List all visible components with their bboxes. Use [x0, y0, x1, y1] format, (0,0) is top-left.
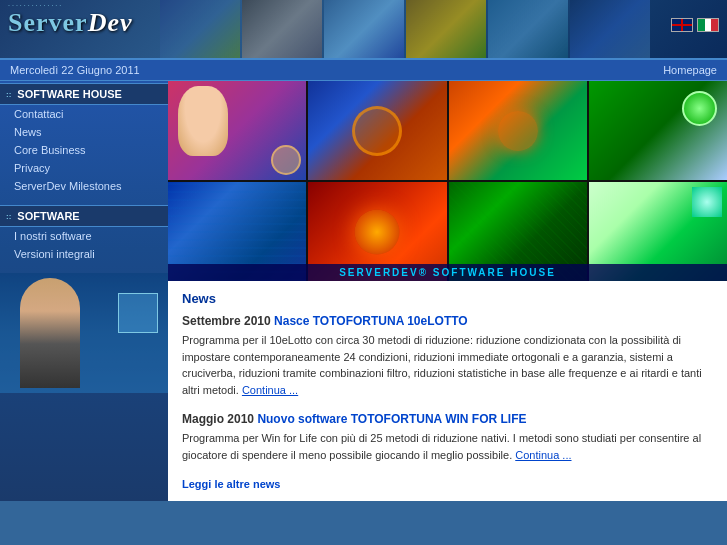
news-article-2-text: Programma per Win for Life con più di 25… — [182, 432, 701, 461]
navbar-page: Homepage — [663, 64, 717, 76]
sidebar-decoration — [118, 293, 158, 333]
main-layout: :: SOFTWARE HOUSE Contattaci News Core B… — [0, 81, 727, 501]
news-article-1-body: Programma per il 10eLotto con circa 30 m… — [182, 332, 713, 398]
sidebar-section2-label: SOFTWARE — [17, 210, 79, 222]
header: ServerDev ·············· — [0, 0, 727, 60]
logo-text: ServerDev — [8, 8, 132, 37]
hero-bottom-bar: SERVERDEV® SOFTWARE HOUSE — [168, 264, 727, 281]
hero-cell-3 — [449, 81, 587, 180]
navbar: Mercoledì 22 Giugno 2011 Homepage — [0, 60, 727, 81]
sidebar-item-versioni-integrali[interactable]: Versioni integrali — [0, 245, 168, 263]
hero-image: SERVERDEV® SOFTWARE HOUSE — [168, 81, 727, 281]
sidebar-person-image — [20, 278, 80, 388]
hero-cell-1 — [168, 81, 306, 180]
news-article-2-body: Programma per Win for Life con più di 25… — [182, 430, 713, 463]
hero-cell-4 — [589, 81, 727, 180]
sidebar-section-software: :: SOFTWARE — [0, 205, 168, 227]
news-article-1: Settembre 2010 Nasce TOTOFORTUNA 10eLOTT… — [182, 314, 713, 398]
header-images — [160, 0, 687, 60]
hero-circle-green — [682, 91, 717, 126]
news-article-1-title: Settembre 2010 Nasce TOTOFORTUNA 10eLOTT… — [182, 314, 713, 328]
news-article-2-link[interactable]: Nuovo software TOTOFORTUNA WIN FOR LIFE — [257, 412, 526, 426]
more-news-link[interactable]: Leggi le altre news — [182, 478, 280, 490]
sidebar-section-software-house: :: SOFTWARE HOUSE — [0, 83, 168, 105]
section2-dots: :: — [6, 212, 11, 221]
flag-italy[interactable] — [697, 18, 719, 32]
sidebar-item-contattaci[interactable]: Contattaci — [0, 105, 168, 123]
logo-dots: ·············· — [8, 2, 63, 9]
section-dots: :: — [6, 90, 11, 99]
language-flags[interactable] — [671, 18, 719, 32]
news-article-1-date: Settembre 2010 — [182, 314, 271, 328]
hero-cell-2 — [308, 81, 446, 180]
hero-face — [178, 86, 228, 156]
navbar-date: Mercoledì 22 Giugno 2011 — [10, 64, 140, 76]
sidebar-item-milestones[interactable]: ServerDev Milestones — [0, 177, 168, 195]
sidebar-item-nostri-software[interactable]: I nostri software — [0, 227, 168, 245]
sidebar-item-news[interactable]: News — [0, 123, 168, 141]
sidebar-section1-label: SOFTWARE HOUSE — [17, 88, 122, 100]
content-body: News Settembre 2010 Nasce TOTOFORTUNA 10… — [168, 281, 727, 501]
logo: ServerDev ·············· — [8, 8, 132, 38]
sidebar-image — [0, 273, 168, 393]
hero-green-glow — [692, 187, 722, 217]
flag-uk[interactable] — [671, 18, 693, 32]
hero-glow — [498, 111, 538, 151]
hero-laser — [355, 209, 400, 254]
content-area: SERVERDEV® SOFTWARE HOUSE News Settembre… — [168, 81, 727, 501]
news-article-2: Maggio 2010 Nuovo software TOTOFORTUNA W… — [182, 412, 713, 463]
news-article-1-link[interactable]: Nasce TOTOFORTUNA 10eLOTTO — [274, 314, 468, 328]
news-article-1-continue[interactable]: Continua ... — [242, 384, 298, 396]
news-article-2-date: Maggio 2010 — [182, 412, 254, 426]
news-heading: News — [182, 291, 713, 306]
sidebar-item-privacy[interactable]: Privacy — [0, 159, 168, 177]
hero-cd-1 — [271, 145, 301, 175]
hero-disc — [352, 106, 402, 156]
news-article-2-continue[interactable]: Continua ... — [515, 449, 571, 461]
sidebar-item-core-business[interactable]: Core Business — [0, 141, 168, 159]
news-article-2-title: Maggio 2010 Nuovo software TOTOFORTUNA W… — [182, 412, 713, 426]
sidebar: :: SOFTWARE HOUSE Contattaci News Core B… — [0, 81, 168, 501]
